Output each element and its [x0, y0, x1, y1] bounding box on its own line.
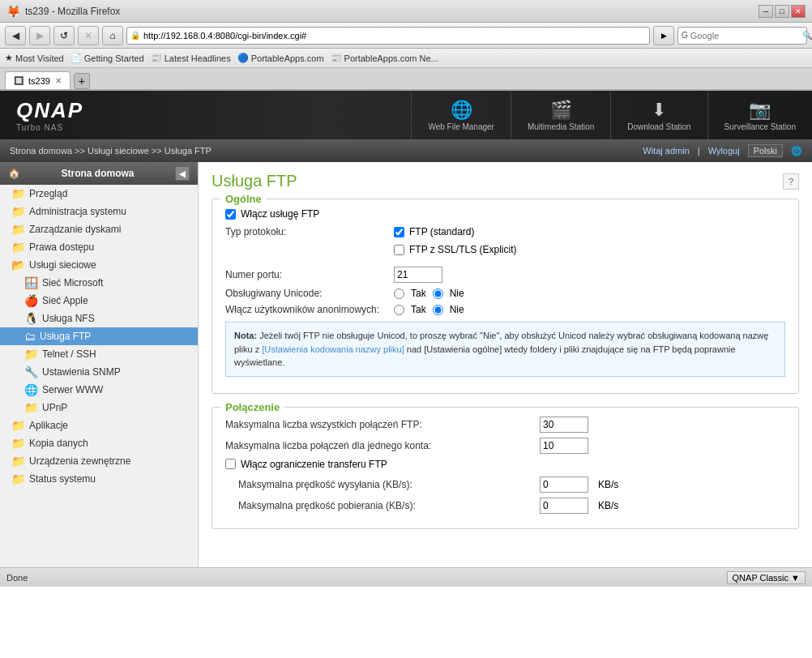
web-file-manager-icon: 🌐: [451, 100, 472, 121]
anon-tak-radio[interactable]: [394, 305, 404, 315]
bookmark-label: Getting Started: [84, 53, 144, 63]
portableapps-icon: 🔵: [237, 53, 249, 63]
sidebar-item-uslugi[interactable]: 📂 Usługi sieciowe: [0, 256, 198, 274]
sidebar-item-zarzadzanie[interactable]: 📁 Zarządzanie dyskami: [0, 220, 198, 238]
sidebar-item-apple[interactable]: 🍎 Sieć Apple: [0, 292, 198, 310]
bookmark-portableapps[interactable]: 🔵 PortableApps.com: [237, 53, 324, 63]
anon-row: Włącz użytkowników anonimowych: Tak Nie: [225, 304, 785, 315]
window-controls: ─ □ ✕: [759, 5, 806, 18]
theme-dropdown-icon: ▼: [791, 573, 800, 583]
sidebar-item-www[interactable]: 🌐 Serwer WWW: [0, 381, 198, 399]
home-button[interactable]: ⌂: [102, 26, 123, 45]
address-input[interactable]: [143, 31, 646, 41]
lang-globe-icon: 🌐: [791, 146, 802, 156]
reload-button[interactable]: ↺: [53, 26, 75, 45]
nav-multimedia-station[interactable]: 🎬 Multimedia Station: [511, 91, 610, 139]
ftp-icon: 🗂: [24, 330, 36, 343]
anon-nie-radio[interactable]: [433, 305, 443, 315]
bookmark-portableapps-ne[interactable]: 📰 PortableApps.com Ne...: [331, 53, 438, 63]
tab-ts239[interactable]: 🔲 ts239 ✕: [5, 71, 71, 89]
general-section: Ogólne Włącz usługę FTP Typ protokołu: F…: [212, 199, 799, 394]
sidebar-item-status[interactable]: 📁 Status systemu: [0, 470, 198, 488]
sidebar-item-prawa[interactable]: 📁 Prawa dostępu: [0, 238, 198, 256]
close-button[interactable]: ✕: [791, 5, 806, 18]
bookmark-label: Latest Headlines: [165, 53, 231, 63]
max-download-label: Maksymalna prędkość pobierania (KB/s):: [238, 500, 533, 511]
sidebar-item-aplikacje[interactable]: 📁 Aplikacje: [0, 417, 198, 434]
folder-icon: 📁: [11, 241, 25, 254]
sidebar-item-upnp[interactable]: 📁 UPnP: [0, 399, 198, 417]
unicode-row: Obsługiwany Unicode: Tak Nie: [225, 288, 785, 299]
language-button[interactable]: Polski: [748, 144, 783, 157]
sidebar-item-snmp[interactable]: 🔧 Ustawienia SNMP: [0, 363, 198, 381]
enable-ftp-checkbox[interactable]: [225, 209, 236, 220]
app-container: QNAP Turbo NAS 🌐 Web File Manager 🎬 Mult…: [0, 91, 812, 587]
unicode-nie-label: Nie: [450, 288, 464, 299]
download-unit: KB/s: [598, 500, 618, 511]
tab-bar: 🔲 ts239 ✕ +: [0, 68, 812, 91]
sidebar-item-label: Prawa dostępu: [29, 241, 94, 253]
main-layout: 🏠 Strona domowa ◀ 📁 Przegląd 📁 Administr…: [0, 162, 812, 567]
unicode-tak-radio[interactable]: [394, 288, 404, 299]
welcome-link[interactable]: Witaj admin: [643, 146, 689, 156]
star-icon: ★: [5, 53, 13, 63]
unicode-radio-group: Tak Nie: [394, 288, 464, 299]
back-button[interactable]: ◀: [5, 26, 26, 45]
ftp-tls-checkbox[interactable]: [394, 245, 404, 255]
ftp-tls-label: FTP z SSL/TLS (Explicit): [409, 244, 516, 255]
browser-icon: 🦊: [6, 5, 20, 18]
forward-button[interactable]: ▶: [29, 26, 50, 45]
status-text: Done: [6, 573, 28, 583]
sidebar-item-administracja[interactable]: 📁 Administracja systemu: [0, 203, 198, 220]
sidebar-item-nfs[interactable]: 🐧 Usługa NFS: [0, 310, 198, 327]
breadcrumb-bar: Strona domowa >> Usługi sieciowe >> Usłu…: [0, 139, 812, 162]
sidebar-item-kopia[interactable]: 📁 Kopia danych: [0, 434, 198, 452]
sidebar-toggle-button[interactable]: ◀: [175, 166, 190, 181]
sidebar-item-przeglad[interactable]: 📁 Przegląd: [0, 185, 198, 203]
sidebar-item-label: Urządzenia zewnętrzne: [29, 455, 130, 467]
help-button[interactable]: ?: [783, 173, 799, 190]
port-row: Numer portu:: [225, 267, 785, 283]
ftp-standard-checkbox[interactable]: [394, 227, 404, 237]
sidebar-item-microsoft[interactable]: 🪟 Sieć Microsoft: [0, 274, 198, 292]
qnap-logo-text: QNAP: [16, 98, 83, 123]
stop-button[interactable]: ✕: [78, 26, 99, 45]
max-per-account-input[interactable]: [540, 438, 588, 454]
upload-unit: KB/s: [598, 479, 618, 490]
bookmark-getting-started[interactable]: 📄 Getting Started: [71, 53, 144, 63]
minimize-button[interactable]: ─: [759, 5, 773, 18]
sidebar-item-label: Sieć Apple: [42, 295, 88, 306]
sidebar-item-urzadzenia[interactable]: 📁 Urządzenia zewnętrzne: [0, 452, 198, 470]
sidebar-item-telnet[interactable]: 📁 Telnet / SSH: [0, 345, 198, 363]
sidebar-item-ftp[interactable]: 🗂 Usługa FTP: [0, 327, 198, 345]
anon-tak-label: Tak: [411, 304, 426, 315]
max-download-input[interactable]: [540, 498, 588, 514]
new-tab-button[interactable]: +: [74, 73, 90, 89]
logout-link[interactable]: Wyloguj: [708, 146, 740, 156]
max-connections-input[interactable]: [540, 417, 588, 433]
page-title: Usługa FTP: [212, 172, 297, 190]
note-link[interactable]: [Ustawienia kodowania nazwy pliku]: [262, 344, 404, 354]
status-right: QNAP Classic ▼: [727, 571, 806, 584]
limit-transfer-checkbox[interactable]: [225, 459, 236, 469]
search-icon: 🔍: [802, 31, 812, 40]
nav-web-file-manager[interactable]: 🌐 Web File Manager: [411, 91, 511, 139]
nav-surveillance-station[interactable]: 📷 Surveillance Station: [707, 91, 812, 139]
enable-ftp-row: Włącz usługę FTP: [225, 208, 785, 220]
maximize-button[interactable]: □: [775, 5, 789, 18]
go-button[interactable]: ▶: [653, 26, 674, 45]
max-upload-input[interactable]: [540, 476, 588, 493]
port-label: Numer portu:: [225, 269, 387, 280]
sidebar-header: 🏠 Strona domowa ◀: [0, 162, 198, 185]
theme-button[interactable]: QNAP Classic ▼: [727, 571, 806, 584]
bookmark-most-visited[interactable]: ★ Most Visited: [5, 53, 64, 63]
tab-close-icon[interactable]: ✕: [55, 76, 62, 85]
bookmark-label: PortableApps.com: [251, 53, 324, 63]
max-download-row: Maksymalna prędkość pobierania (KB/s): K…: [225, 498, 785, 514]
unicode-nie-radio[interactable]: [433, 288, 443, 299]
general-content: Włącz usługę FTP Typ protokołu: FTP (sta…: [212, 205, 798, 393]
search-input[interactable]: [690, 31, 802, 41]
nav-download-station[interactable]: ⬇ Download Station: [610, 91, 707, 139]
port-input[interactable]: [394, 267, 442, 283]
bookmark-headlines[interactable]: 📰 Latest Headlines: [151, 53, 231, 63]
